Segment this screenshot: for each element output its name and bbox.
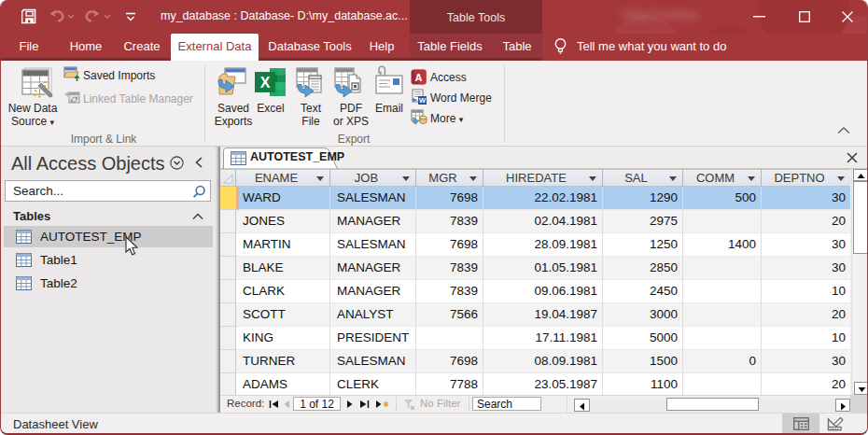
- svg-text:A: A: [415, 72, 423, 83]
- svg-text:X: X: [260, 75, 271, 91]
- svg-text:W: W: [419, 96, 427, 105]
